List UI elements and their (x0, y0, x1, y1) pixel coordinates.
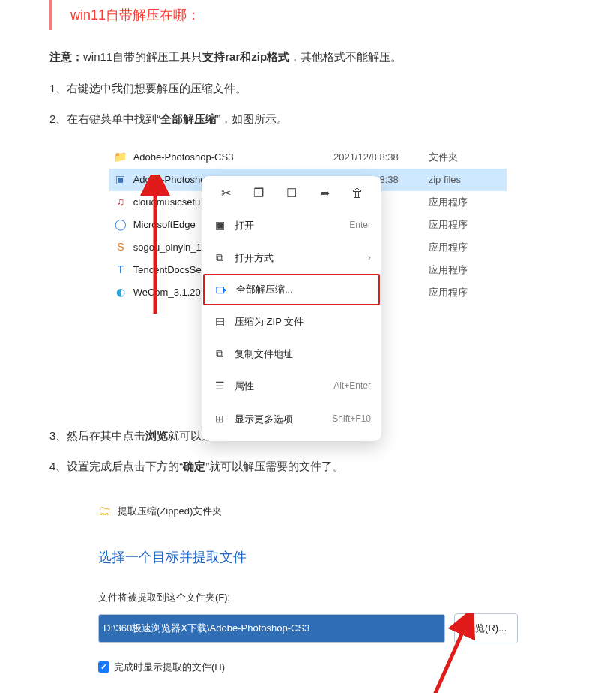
ctx-more-options[interactable]: ⊞ 显示更多选项 Shift+F10 (202, 403, 381, 435)
file-type: 应用程序 (406, 192, 502, 212)
step-2: 2、在右键菜单中找到“全部解压缩”，如图所示。 (49, 107, 567, 131)
dialog-title: 选择一个目标并提取文件 (98, 544, 518, 572)
ctx-properties[interactable]: ☰ 属性 Alt+Enter (202, 370, 381, 402)
zip-icon: ▤ (212, 310, 227, 332)
ctx-compress-zip[interactable]: ▤ 压缩为 ZIP 文件 (202, 305, 381, 338)
callout-title: win11自带解压在哪： (49, 0, 616, 30)
article-body: 注意：win11自带的解压工具只支持rar和zip格式，其他格式不能解压。 1、… (49, 45, 567, 693)
screenshot-context-menu: 📁 Adobe-Photoshop-CS3 2021/12/8 8:38 文件夹… (109, 146, 507, 401)
step-4: 4、设置完成后点击下方的“确定”就可以解压需要的文件了。 (49, 454, 567, 478)
extract-icon (214, 284, 229, 296)
context-menu: ✂ ❐ ☐ ➦ 🗑 ▣ 打开 Enter ⧉ 打开方式 › (202, 176, 381, 442)
paste-icon[interactable]: ☐ (281, 185, 302, 202)
app-icon: T (114, 263, 127, 277)
ctx-open[interactable]: ▣ 打开 Enter (202, 209, 381, 242)
more-icon: ⊞ (212, 408, 227, 430)
context-menu-quickactions: ✂ ❐ ☐ ➦ 🗑 (202, 182, 381, 209)
file-name: Adobe-Photoshop-CS3 (133, 147, 303, 167)
file-type: 文件夹 (406, 147, 502, 167)
extract-path-input[interactable]: D:\360极速浏览器X下载\Adobe-Photoshop-CS3 (98, 614, 445, 642)
share-icon[interactable]: ➦ (314, 185, 335, 202)
note-mid: win11自带的解压工具只 (83, 50, 202, 63)
zip-icon: ▣ (114, 173, 127, 187)
copy-icon[interactable]: ❐ (248, 185, 269, 202)
checkbox-checked-icon[interactable]: ✓ (98, 662, 109, 673)
dialog-header-text: 提取压缩(Zipped)文件夹 (118, 501, 222, 521)
open-with-icon: ⧉ (212, 247, 227, 268)
show-files-label: 完成时显示提取的文件(H) (114, 657, 225, 677)
file-type: 应用程序 (406, 214, 502, 235)
dialog-header: 🗂 提取压缩(Zipped)文件夹 (98, 497, 518, 526)
delete-icon[interactable]: 🗑 (347, 185, 368, 202)
app-icon: ◯ (114, 218, 127, 232)
file-type: zip files (406, 170, 502, 190)
browse-button[interactable]: 浏览(R)... (454, 614, 518, 643)
note-bold: 支持rar和zip格式 (202, 50, 289, 63)
folder-icon: 📁 (114, 151, 127, 164)
file-type: 应用程序 (406, 260, 502, 280)
ctx-open-with[interactable]: ⧉ 打开方式 › (202, 242, 381, 274)
note-prefix: 注意： (49, 50, 83, 63)
open-icon: ▣ (212, 214, 227, 236)
chevron-right-icon: › (368, 248, 371, 267)
app-icon: S (114, 241, 127, 254)
dialog-path-label: 文件将被提取到这个文件夹(F): (98, 587, 518, 608)
show-files-checkbox-row[interactable]: ✓ 完成时显示提取的文件(H) (98, 657, 518, 677)
properties-icon: ☰ (212, 375, 227, 397)
file-type: 应用程序 (406, 237, 502, 257)
file-date: 2021/12/8 8:38 (303, 147, 406, 167)
note-line: 注意：win11自带的解压工具只支持rar和zip格式，其他格式不能解压。 (49, 45, 567, 69)
app-icon: ◐ (114, 286, 127, 299)
note-suffix: ，其他格式不能解压。 (289, 50, 402, 63)
step-1: 1、右键选中我们想要解压的压缩文件。 (49, 76, 567, 100)
file-row[interactable]: 📁 Adobe-Photoshop-CS3 2021/12/8 8:38 文件夹 (109, 146, 507, 169)
path-icon: ⧉ (212, 343, 227, 364)
cut-icon[interactable]: ✂ (215, 185, 236, 202)
ctx-extract-all[interactable]: 全部解压缩... (203, 274, 380, 304)
app-icon: ♫ (114, 196, 127, 209)
file-type: 应用程序 (406, 282, 502, 302)
ctx-copy-path[interactable]: ⧉ 复制文件地址 (202, 338, 381, 370)
screenshot-extract-dialog: 🗂 提取压缩(Zipped)文件夹 选择一个目标并提取文件 文件将被提取到这个文… (98, 497, 518, 694)
zipped-folder-icon: 🗂 (98, 497, 112, 526)
